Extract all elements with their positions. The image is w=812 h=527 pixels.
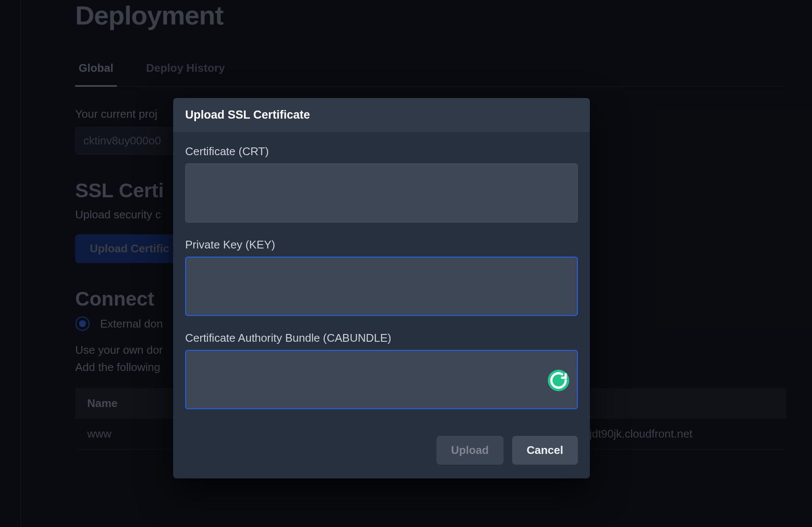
cabundle-group: Certificate Authority Bundle (CABUNDLE) xyxy=(185,331,578,411)
key-textarea[interactable] xyxy=(185,257,578,316)
key-group: Private Key (KEY) xyxy=(185,238,578,318)
cabundle-label: Certificate Authority Bundle (CABUNDLE) xyxy=(185,331,578,345)
upload-button[interactable]: Upload xyxy=(437,436,504,465)
modal-header: Upload SSL Certificate xyxy=(173,98,590,132)
key-label: Private Key (KEY) xyxy=(185,238,578,251)
modal-footer: Upload Cancel xyxy=(173,429,590,478)
modal-title: Upload SSL Certificate xyxy=(185,108,578,122)
crt-label: Certificate (CRT) xyxy=(185,145,578,158)
crt-textarea[interactable] xyxy=(185,163,578,223)
grammarly-icon[interactable] xyxy=(548,370,569,391)
modal-body: Certificate (CRT) Private Key (KEY) Cert… xyxy=(173,132,590,429)
cancel-button[interactable]: Cancel xyxy=(512,436,578,465)
cabundle-textarea[interactable] xyxy=(185,350,578,409)
crt-group: Certificate (CRT) xyxy=(185,145,578,224)
upload-ssl-modal: Upload SSL Certificate Certificate (CRT)… xyxy=(173,98,590,478)
